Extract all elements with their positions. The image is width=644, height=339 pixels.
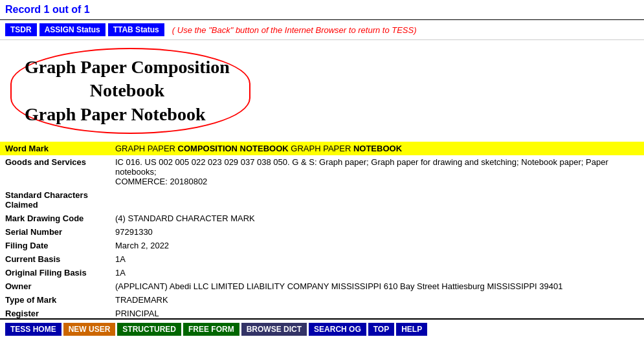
field-value [110, 188, 644, 212]
table-row: Mark Drawing Code (4) STANDARD CHARACTER… [0, 212, 644, 225]
field-label: Mark Drawing Code [0, 212, 110, 225]
wm-part-3: GRAPH PAPER [289, 144, 353, 153]
field-value: (APPLICANT) Abedi LLC LIMITED LIABILITY … [110, 279, 644, 293]
field-value: March 2, 2022 [110, 239, 644, 252]
ttab-status-button[interactable]: TTAB Status [108, 23, 164, 36]
browse-dict-button[interactable]: Browse Dict [241, 323, 307, 336]
wm-part-1: GRAPH PAPER [115, 144, 178, 153]
field-value: IC 016. US 002 005 022 023 029 037 038 0… [110, 155, 644, 188]
field-label: Current Basis [0, 252, 110, 266]
field-label: Standard CharactersClaimed [0, 188, 110, 212]
table-row: Owner (APPLICANT) Abedi LLC LIMITED LIAB… [0, 279, 644, 293]
top-button[interactable]: Top [368, 323, 394, 336]
table-row: Filing Date March 2, 2022 [0, 239, 644, 252]
table-row: Current Basis 1A [0, 252, 644, 266]
mark-display-box: Graph Paper Composition Notebook Graph P… [10, 48, 250, 134]
field-value: TRADEMARK [110, 293, 644, 307]
field-label: Owner [0, 279, 110, 293]
table-row: Standard CharactersClaimed [0, 188, 644, 212]
table-row: Serial Number 97291330 [0, 225, 644, 239]
page-title: Record 1 out of 1 [5, 4, 90, 15]
word-mark-value: GRAPH PAPER COMPOSITION NOTEBOOK GRAPH P… [110, 142, 644, 155]
field-value: 97291330 [110, 225, 644, 239]
search-og-button[interactable]: SEARCH OG [309, 323, 366, 336]
browser-back-note: ( Use the "Back" button of the Internet … [172, 25, 417, 35]
wm-part-2: COMPOSITION NOTEBOOK [178, 144, 289, 153]
mark-line-2: Notebook [25, 79, 230, 102]
field-label: Serial Number [0, 225, 110, 239]
tsdr-button[interactable]: TSDR [5, 23, 37, 36]
tess-home-button[interactable]: TESS Home [5, 323, 61, 336]
mark-line-1: Graph Paper Composition [25, 56, 230, 79]
table-row: Goods and Services IC 016. US 002 005 02… [0, 155, 644, 188]
wm-part-4: NOTEBOOK [353, 144, 402, 153]
header: Record 1 out of 1 [0, 0, 644, 20]
toolbar: TSDR ASSIGN Status TTAB Status ( Use the… [0, 20, 644, 40]
table-row: Word Mark GRAPH PAPER COMPOSITION NOTEBO… [0, 142, 644, 155]
field-label: Goods and Services [0, 155, 110, 188]
content-area: Graph Paper Composition Notebook Graph P… [0, 40, 644, 339]
structured-button[interactable]: Structured [117, 323, 181, 336]
details-table: Word Mark GRAPH PAPER COMPOSITION NOTEBO… [0, 142, 644, 334]
field-value: 1A [110, 266, 644, 279]
help-button[interactable]: HELP [396, 323, 427, 336]
mark-display-text: Graph Paper Composition Notebook Graph P… [25, 56, 230, 126]
table-row: Type of Mark TRADEMARK [0, 293, 644, 307]
word-mark-label: Word Mark [0, 142, 110, 155]
free-form-button[interactable]: Free Form [183, 323, 239, 336]
field-label: Original Filing Basis [0, 266, 110, 279]
new-user-button[interactable]: New User [63, 323, 116, 336]
assign-status-button[interactable]: ASSIGN Status [39, 23, 105, 36]
footer-nav: TESS Home New User Structured Free Form … [0, 318, 644, 339]
field-label: Type of Mark [0, 293, 110, 307]
mark-line-3: Graph Paper Notebook [25, 103, 230, 126]
field-value: (4) STANDARD CHARACTER MARK [110, 212, 644, 225]
table-row: Original Filing Basis 1A [0, 266, 644, 279]
field-value: 1A [110, 252, 644, 266]
field-label: Filing Date [0, 239, 110, 252]
